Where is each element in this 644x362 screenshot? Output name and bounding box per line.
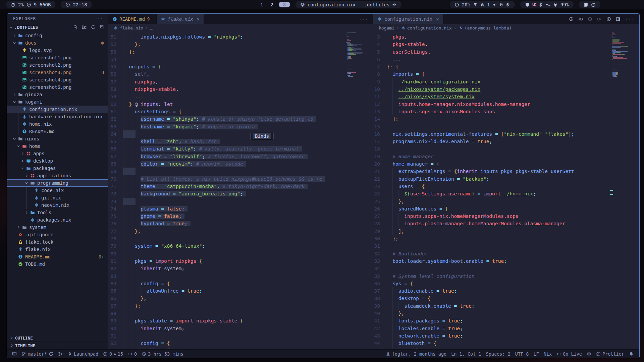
code-line-26[interactable]: 26sharedModules = [: [373, 205, 639, 213]
language-mode[interactable]: Nix: [544, 351, 552, 357]
workspace-3-active[interactable]: 3: [279, 2, 290, 7]
breadcrumb-file[interactable]: configuration.nix: [407, 25, 452, 31]
code-line-19[interactable]: 19# Home manager: [373, 153, 639, 160]
refresh-explorer-icon[interactable]: [91, 25, 96, 29]
breadcrumb[interactable]: kogami › configuration.nix › (anonymous …: [373, 24, 639, 32]
code-line-6[interactable]: 6...: [373, 56, 639, 63]
tab-readme[interactable]: README.md 9+: [108, 14, 157, 24]
tab-flake-nix[interactable]: flake.nix ×: [157, 14, 204, 24]
tree-item-git-nix[interactable]: git.nix: [7, 194, 108, 201]
code-line-73[interactable]: 73: [108, 198, 373, 205]
breadcrumb[interactable]: flake.nix › …: [108, 24, 373, 32]
timeline-history-icon[interactable]: [569, 17, 574, 21]
nav-circle-icon[interactable]: [588, 17, 592, 21]
editor-more-actions-icon[interactable]: ···: [625, 16, 635, 22]
code-line-53[interactable]: 53};: [108, 48, 373, 56]
clipboard-icon[interactable]: [584, 2, 588, 7]
wifi-icon[interactable]: [473, 2, 478, 7]
code-line-86[interactable]: 86};: [108, 295, 373, 302]
code-line-29[interactable]: 29];: [373, 228, 639, 235]
code-line-28[interactable]: 28inputs.plasma-manager.homeManagerModul…: [373, 220, 639, 227]
uc-tray-icon[interactable]: UC: [532, 2, 536, 7]
outline-section[interactable]: OUTLINE: [7, 334, 108, 342]
code-line-81[interactable]: 81pkgs = import nixpkgs {: [108, 257, 373, 265]
close-icon[interactable]: ×: [197, 16, 200, 22]
code-line-43[interactable]: 43network.enable = true;: [373, 332, 639, 340]
code-line-67[interactable]: 67browser = "librewolf"; # firefox, libr…: [108, 153, 373, 160]
tree-item-apps[interactable]: apps: [7, 150, 108, 157]
tree-item-configuration-nix[interactable]: configuration.nix: [7, 106, 108, 113]
code-line-55[interactable]: 55outputs = {: [108, 63, 373, 70]
code-line-56[interactable]: 56self,: [108, 70, 373, 78]
tree-item-todo-md[interactable]: TODO.md: [7, 260, 108, 268]
code-line-24[interactable]: 24${userSettings.username} = import ./ho…: [373, 190, 639, 197]
code-line-52[interactable]: 52};: [108, 41, 373, 48]
code-line-77[interactable]: 77};: [108, 228, 373, 235]
editor-more-actions-icon[interactable]: ···: [359, 16, 368, 22]
vpn-shield-icon[interactable]: [525, 2, 530, 7]
code-line-62[interactable]: 62username = "shinya"; # konsta or shiny…: [108, 115, 373, 123]
tree-item-ginoza[interactable]: ginoza: [7, 91, 108, 98]
bluetooth-icon[interactable]: [538, 2, 543, 7]
tree-item-config[interactable]: config: [7, 32, 108, 39]
code-line-38[interactable]: 38desktop = {: [373, 295, 639, 302]
code-line-17[interactable]: 17programs.nix-ld.dev.enable = true;: [373, 138, 639, 145]
code-line-31[interactable]: 31: [373, 242, 639, 250]
code-line-58[interactable]: 58nixpkgs-stable,: [108, 85, 373, 93]
tree-item-hardware-configuration-nix[interactable]: hardware-configuration.nix: [7, 113, 108, 120]
tree-item-programming[interactable]: programming: [7, 179, 108, 187]
problems-item[interactable]: 0 ▲ 15: [103, 351, 123, 357]
minimap[interactable]: [346, 33, 368, 77]
tree-item-code-nix[interactable]: code.nix: [7, 187, 108, 194]
code-line-14[interactable]: 14];: [373, 115, 639, 123]
code-line-18[interactable]: 18: [373, 145, 639, 153]
minimap[interactable]: [611, 33, 634, 77]
launchpad-item[interactable]: Launchpad: [67, 351, 98, 357]
tree-item-kogami[interactable]: kogami: [7, 98, 108, 106]
code-line-45[interactable]: 45enable = true;: [373, 347, 639, 349]
code-line-60[interactable]: 60} @ inputs: let: [108, 101, 373, 108]
code-line-91[interactable]: 91: [108, 332, 373, 340]
code-line-7[interactable]: 7}: {: [373, 63, 639, 70]
code-line-20[interactable]: 20home-manager = {: [373, 160, 639, 168]
code-line-89[interactable]: 89pkgs-stable = import nixpkgs-stable {: [108, 317, 373, 324]
code-line-3[interactable]: 3pkgs,: [373, 33, 639, 41]
code-line-5[interactable]: 5userSettings,: [373, 48, 639, 56]
tree-item-applications[interactable]: applications: [7, 172, 108, 179]
code-line-87[interactable]: 87};: [108, 302, 373, 310]
code-line-59[interactable]: 59...: [108, 93, 373, 100]
code-line-63[interactable]: 63hostname = "kogami"; # kogami or ginoz…: [108, 123, 373, 130]
breadcrumb-file[interactable]: flake.nix: [120, 25, 143, 31]
code-line-76[interactable]: 76hyprland = true;: [108, 220, 373, 227]
code-line-78[interactable]: 78: [108, 235, 373, 242]
wave-tray-icon[interactable]: [546, 2, 550, 7]
code-line-70[interactable]: 70# List all themes: $ nix build nixpkgs…: [108, 175, 373, 183]
code-line-23[interactable]: 23users = {: [373, 183, 639, 190]
code-line-74[interactable]: 74plasma = false;: [108, 205, 373, 213]
workspace-1[interactable]: 1: [258, 2, 265, 7]
time-tracker-item[interactable]: 3 hrs 53 mins: [142, 351, 183, 357]
tree-item-flake-lock[interactable]: flake.lock: [7, 238, 108, 246]
code-line-30[interactable]: 30};: [373, 235, 639, 242]
tree-item-packages-nix[interactable]: packages.nix: [7, 216, 108, 224]
eol-sequence[interactable]: LF: [533, 351, 539, 357]
code-line-66[interactable]: 66terminal = "kitty"; # kitty, alacritty…: [108, 145, 373, 153]
code-line-40[interactable]: 40};: [373, 310, 639, 317]
code-line-51[interactable]: 51inputs.nixpkgs.follows = "nixpkgs";: [108, 33, 373, 41]
code-line-84[interactable]: 84config = {: [108, 280, 373, 287]
code-line-10[interactable]: 10../nixos/system/packages.nix: [373, 85, 639, 93]
code-line-42[interactable]: 42locales.enable = true;: [373, 325, 639, 332]
code-line-21[interactable]: 21extraSpecialArgs = {inherit inputs pkg…: [373, 168, 639, 175]
code-line-75[interactable]: 75gnome = false;: [108, 213, 373, 220]
code-line-13[interactable]: 13inputs.sops-nix.nixosModules.sops: [373, 108, 639, 115]
code-line-90[interactable]: 90inherit system;: [108, 325, 373, 332]
code-line-27[interactable]: 27inputs.sops-nix.homeManagerModules.sop…: [373, 213, 639, 220]
tree-item-screenshot1-png[interactable]: screenshot1.png: [7, 54, 108, 61]
microphone-icon[interactable]: [505, 2, 510, 7]
code-line-37[interactable]: 37audio.enable = true;: [373, 287, 639, 295]
breadcrumb-symbol[interactable]: …: [150, 25, 153, 31]
pull-request-item[interactable]: [58, 352, 63, 356]
code-line-15[interactable]: 15: [373, 123, 639, 130]
code-line-22[interactable]: 22backupFileExtension = "backup";: [373, 175, 639, 183]
run-icon[interactable]: [606, 17, 611, 21]
